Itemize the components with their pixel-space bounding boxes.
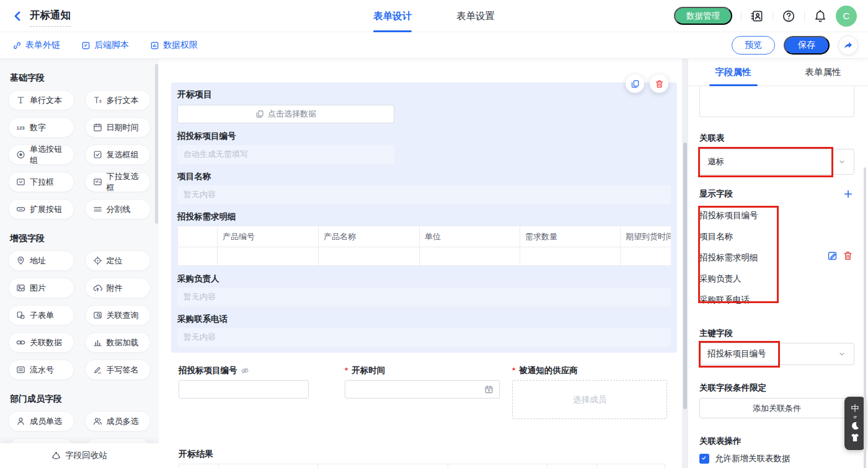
edit-icon[interactable] [827,250,838,261]
field-pill-label: 单行文本 [30,95,62,106]
add-condition-button[interactable]: 添加关联条件 [699,398,854,418]
display-field-item[interactable]: 项目名称 [699,226,854,247]
sidebar-scrollbar[interactable] [155,64,158,224]
notification-bell-icon[interactable] [813,9,827,23]
open-bid-time-date-input[interactable] [345,380,500,399]
display-field-item[interactable]: 采购联系电话 [699,289,854,311]
eye-off-icon [241,366,249,375]
toolbar-link-permission[interactable]: 数据权限 [150,40,198,51]
user-avatar[interactable]: C [836,6,857,27]
delete-icon[interactable] [843,250,853,261]
shirt-icon[interactable] [850,433,860,443]
select-member-box[interactable]: 选择成员 [512,380,667,419]
sidebar-section-title: 增强字段 [10,233,149,244]
empty-cell [420,247,520,266]
allow-add-checkbox[interactable] [699,454,709,464]
translate-toggle[interactable]: 中 [851,404,859,413]
field-members-icon [93,417,102,426]
canvas-scrollbar[interactable] [683,143,687,409]
project-code-field[interactable]: 招投标项目编号 [179,365,309,419]
primary-key-select[interactable]: 招投标项目编号 [699,343,854,365]
field-pill-field-location[interactable]: 定位 [85,250,151,271]
field-lookup-icon [93,311,102,320]
project-name-input[interactable]: 暂无内容 [177,185,671,204]
display-field-item[interactable]: 采购负责人 [699,268,854,289]
back-icon[interactable] [11,10,24,22]
field-pill-field-datetime[interactable]: 日期时间 [85,117,151,138]
project-code-text-input[interactable] [179,380,309,399]
column-header [547,464,597,468]
tab-form-settings[interactable]: 表单设置 [456,0,495,32]
field-pill-field-divider[interactable]: 分割线 [85,199,151,219]
data-manage-button[interactable]: 数据管理 [674,7,732,25]
browser-extension-widget[interactable]: 中 ơ [844,397,866,450]
field-attachment-icon [93,283,102,293]
purchase-phone-input[interactable]: 暂无内容 [177,328,671,347]
open-bid-time-field[interactable]: 开标时间 [345,365,500,419]
purchase-owner-input[interactable]: 暂无内容 [177,288,671,306]
field-image-icon [16,283,25,293]
toolbar-link-script[interactable]: 后端脚本 [81,40,129,51]
field-pill-field-textarea[interactable]: 多行文本 [85,90,151,110]
field-pill-label: 分割线 [107,204,131,215]
field-label-required: 开标时间 [345,365,500,376]
description-input-partial[interactable] [699,86,854,117]
tab-form-properties[interactable]: 表单属性 [778,59,868,86]
field-number-icon: 123 [16,123,25,132]
help-icon[interactable] [782,9,795,23]
field-pill-field-members[interactable]: 成员多选 [85,411,151,431]
divider [741,11,742,21]
field-pill-field-linkdata[interactable]: 关联数据 [8,332,74,353]
field-pill-field-select[interactable]: 下拉框 [8,172,74,192]
field-pill-field-radio[interactable]: 单选按钮组 [8,144,74,165]
tab-field-properties[interactable]: 字段属性 [688,59,778,86]
empty-cell [178,247,218,266]
field-pill-field-signature[interactable]: 手写签名 [85,360,151,380]
field-pill-field-number[interactable]: 123数字 [8,117,74,138]
linked-data-widget-selected[interactable]: 开标项目 点击选择数据 招投标项目编号 自动生成无需填写 项目名称 暂无内容 招… [171,82,677,353]
permission-icon [150,41,159,50]
save-button[interactable]: 保存 [784,36,830,55]
delete-widget-button[interactable] [650,74,668,93]
share-button[interactable] [838,35,858,55]
field-pill-field-lookup[interactable]: 关联查询 [85,305,151,325]
field-pill-field-text[interactable]: 单行文本 [8,90,74,110]
field-pill-field-multiselect[interactable]: 下拉复选框 [85,172,151,192]
field-pill-field-attachment[interactable]: 附件 [85,278,151,298]
related-table-select[interactable]: 邀标 [699,149,854,175]
field-pill-label: 地址 [30,255,46,267]
field-pill-field-serial[interactable]: 流水号 [8,360,74,380]
empty-cell [319,247,420,266]
primary-key-value: 招投标项目编号 [707,348,766,360]
field-pill-label: 多行文本 [107,95,139,106]
page-title[interactable]: 开标通知 [30,9,71,27]
moon-icon[interactable] [850,421,860,431]
select-data-button[interactable]: 点击选择数据 [177,105,394,123]
field-pill-field-image[interactable]: 图片 [8,278,74,298]
copy-widget-button[interactable] [626,74,644,93]
field-pill-field-subform[interactable]: 子表单 [8,305,74,325]
demand-table-empty-row[interactable] [178,247,671,266]
project-code-input[interactable]: 自动生成无需填写 [177,145,394,164]
toolbar-link-link[interactable]: 表单外链 [12,40,60,51]
panel-scrollbar[interactable] [864,167,866,468]
contacts-book-icon[interactable] [750,9,764,23]
top-bar: 开标通知 表单设计 表单设置 数据管理 C [0,0,868,32]
field-palette-sidebar: 基础字段单行文本多行文本123数字日期时间单选按钮组复选框组下拉框下拉复选框扩展… [0,59,159,468]
display-fields-label: 显示字段 [699,188,733,200]
form-toolbar: 表单外链后端脚本数据权限 预览 保存 [0,32,868,59]
field-pill-field-member[interactable]: 成员单选 [8,411,74,431]
field-pill-field-button[interactable]: 扩展按钮 [8,199,74,219]
field-pill-field-dataload[interactable]: 数据加载 [85,332,151,353]
field-pill-field-address[interactable]: 地址 [8,250,74,271]
field-recycle-bin[interactable]: 字段回收站 [0,443,159,468]
field-pill-field-checkbox[interactable]: 复选框组 [85,144,151,165]
display-field-item[interactable]: 招投标项目编号 [699,205,854,226]
field-pill-label: 成员多选 [107,416,139,427]
tab-form-design[interactable]: 表单设计 [373,0,412,32]
notified-suppliers-field[interactable]: 被通知的供应商 选择成员 [512,365,667,419]
data-manage-label: 数据管理 [686,11,720,22]
label-text: 招投标项目编号 [179,365,237,376]
add-display-field-icon[interactable] [843,189,853,199]
preview-button[interactable]: 预览 [732,36,775,55]
